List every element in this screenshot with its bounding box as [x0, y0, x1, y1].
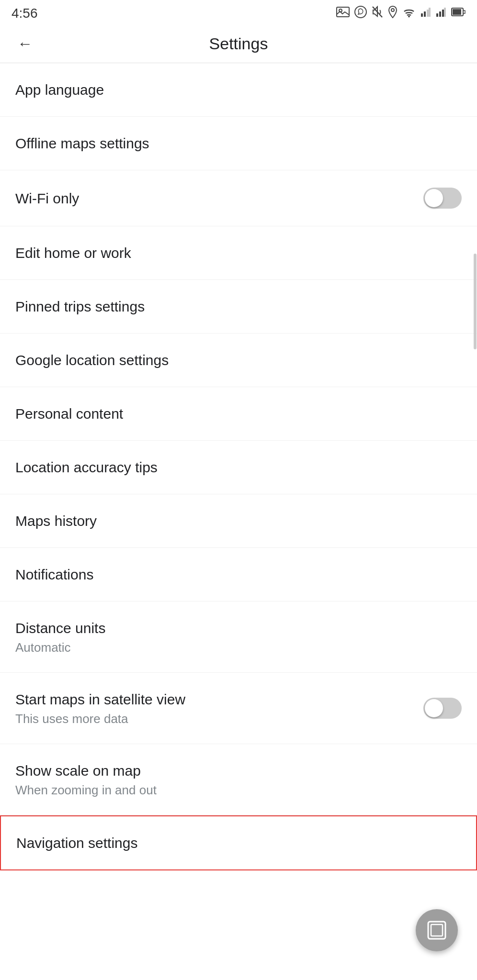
settings-item-content: Notifications [15, 565, 462, 584]
svg-rect-7 [427, 10, 429, 17]
battery-icon [451, 7, 466, 20]
settings-item-content: Pinned trips settings [15, 297, 462, 316]
scrollbar-thumb[interactable] [474, 254, 477, 349]
settings-item-title: Personal content [15, 404, 462, 423]
settings-list: App language Offline maps settings Wi-Fi… [0, 63, 477, 870]
signal2-icon [436, 7, 446, 20]
whatsapp-icon [354, 6, 367, 21]
svg-rect-11 [442, 10, 444, 17]
settings-item-content: Personal content [15, 404, 462, 423]
svg-point-3 [391, 9, 394, 11]
svg-rect-8 [429, 8, 431, 17]
settings-item-navigation-settings[interactable]: Navigation settings [0, 815, 477, 870]
settings-item-title: Maps history [15, 512, 462, 530]
settings-item-title: Wi-Fi only [15, 189, 423, 208]
mute-icon [372, 6, 383, 21]
settings-item-content: Wi-Fi only [15, 189, 423, 208]
settings-item-satellite-view[interactable]: Start maps in satellite view This uses m… [0, 673, 477, 744]
settings-item-notifications[interactable]: Notifications [0, 548, 477, 601]
settings-item-title: Pinned trips settings [15, 297, 462, 316]
svg-rect-6 [424, 11, 426, 17]
settings-item-app-language[interactable]: App language [0, 63, 477, 117]
settings-item-title: Show scale on map [15, 761, 462, 780]
settings-item-content: Start maps in satellite view This uses m… [15, 690, 423, 726]
settings-item-show-scale[interactable]: Show scale on map When zooming in and ou… [0, 744, 477, 815]
status-time: 4:56 [11, 6, 38, 21]
svg-point-4 [408, 16, 410, 17]
settings-item-location-accuracy[interactable]: Location accuracy tips [0, 441, 477, 494]
settings-item-content: Google location settings [15, 351, 462, 369]
fab-button[interactable] [416, 909, 458, 951]
svg-rect-16 [431, 924, 443, 936]
settings-item-subtitle: When zooming in and out [15, 783, 462, 798]
image-icon [336, 7, 350, 20]
svg-point-2 [355, 6, 366, 18]
svg-rect-5 [421, 13, 423, 17]
settings-item-content: Show scale on map When zooming in and ou… [15, 761, 462, 798]
settings-item-distance-units[interactable]: Distance units Automatic [0, 601, 477, 673]
toggle-knob [425, 189, 443, 207]
back-arrow-icon: ← [17, 35, 33, 53]
settings-item-title: Google location settings [15, 351, 462, 369]
signal1-icon [420, 7, 431, 20]
settings-item-title: App language [15, 80, 462, 99]
svg-rect-0 [337, 7, 349, 17]
settings-item-content: Maps history [15, 512, 462, 530]
location-icon [388, 6, 398, 21]
settings-item-offline-maps[interactable]: Offline maps settings [0, 117, 477, 170]
status-icons [336, 6, 466, 21]
page-title: Settings [38, 34, 439, 53]
settings-item-google-location[interactable]: Google location settings [0, 334, 477, 387]
settings-item-subtitle: Automatic [15, 640, 462, 655]
svg-rect-10 [439, 11, 441, 17]
status-bar: 4:56 [0, 0, 477, 25]
toggle-knob [425, 699, 443, 717]
settings-item-title: Location accuracy tips [15, 458, 462, 477]
svg-rect-9 [436, 13, 438, 17]
settings-item-title: Edit home or work [15, 244, 462, 262]
settings-item-wifi-only[interactable]: Wi-Fi only [0, 170, 477, 226]
settings-item-edit-home-work[interactable]: Edit home or work [0, 226, 477, 280]
fab-icon [426, 920, 447, 941]
wifi-icon [402, 7, 416, 20]
svg-rect-14 [453, 9, 461, 15]
settings-item-title: Offline maps settings [15, 134, 462, 153]
settings-item-title: Navigation settings [16, 834, 461, 852]
settings-item-content: Location accuracy tips [15, 458, 462, 477]
settings-item-content: Navigation settings [16, 834, 461, 852]
back-button[interactable]: ← [11, 31, 38, 57]
settings-item-content: Edit home or work [15, 244, 462, 262]
settings-item-title: Distance units [15, 619, 462, 637]
satellite-view-toggle[interactable] [423, 698, 462, 719]
settings-item-content: Distance units Automatic [15, 619, 462, 655]
settings-item-content: Offline maps settings [15, 134, 462, 153]
settings-item-maps-history[interactable]: Maps history [0, 494, 477, 548]
app-bar: ← Settings [0, 25, 477, 63]
settings-item-title: Start maps in satellite view [15, 690, 423, 709]
svg-rect-12 [444, 8, 446, 17]
settings-item-personal-content[interactable]: Personal content [0, 387, 477, 441]
wifi-only-toggle[interactable] [423, 188, 462, 209]
scrollbar-track[interactable] [473, 215, 477, 502]
settings-item-subtitle: This uses more data [15, 712, 423, 726]
settings-item-pinned-trips[interactable]: Pinned trips settings [0, 280, 477, 334]
settings-item-content: App language [15, 80, 462, 99]
settings-item-title: Notifications [15, 565, 462, 584]
